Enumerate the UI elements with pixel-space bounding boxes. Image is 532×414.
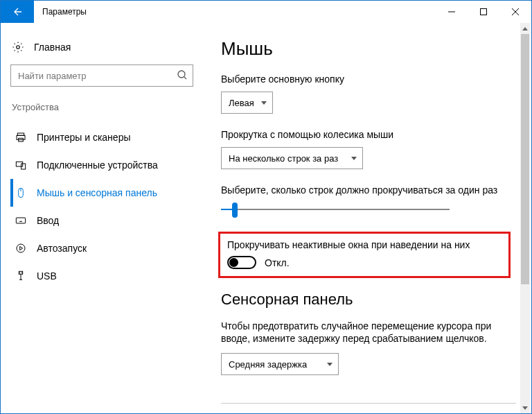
maximize-button[interactable] (468, 1, 499, 23)
select-value: Левая (229, 98, 254, 108)
content: Мышь Выберите основную кнопку Левая Прок… (203, 23, 531, 413)
lines-label: Выберите, сколько строк должно прокручив… (221, 184, 516, 196)
primary-button-select[interactable]: Левая (221, 92, 273, 114)
gear-icon (12, 41, 24, 53)
scroll-down-button[interactable] (520, 402, 530, 413)
svg-rect-0 (481, 9, 487, 15)
home-button[interactable]: Главная (10, 37, 200, 63)
nav-connected-devices[interactable]: Подключенные устройства (10, 151, 200, 179)
touchpad-delay-select[interactable]: Средняя задержка (221, 353, 339, 375)
settings-window: Параметры Главная (0, 0, 532, 414)
home-label: Главная (34, 42, 71, 53)
search-input[interactable] (10, 64, 193, 87)
sidebar: Главная Устройства Принтеры и сканеры По… (1, 23, 203, 413)
body: Главная Устройства Принтеры и сканеры По… (1, 23, 531, 413)
inactive-scroll-label: Прокручивать неактивные окна при наведен… (227, 239, 502, 250)
close-button[interactable] (499, 1, 531, 23)
chevron-down-icon (327, 363, 332, 366)
nav-printers[interactable]: Принтеры и сканеры (10, 123, 200, 151)
svg-rect-4 (17, 135, 25, 139)
back-button[interactable] (1, 1, 34, 23)
scrollbar-thumb[interactable] (521, 34, 529, 284)
select-value: На несколько строк за раз (229, 153, 338, 164)
lines-slider-wrap (221, 201, 516, 218)
mouse-icon (15, 187, 27, 198)
category-label: Устройства (10, 102, 200, 112)
usb-icon (15, 270, 27, 282)
nav-mouse-touchpad[interactable]: Мышь и сенсорная панель (10, 179, 200, 207)
svg-point-10 (17, 244, 25, 252)
scrollbar-track[interactable] (520, 34, 530, 402)
inactive-scroll-toggle[interactable] (227, 256, 256, 269)
devices-icon (15, 159, 27, 171)
primary-button-label: Выберите основную кнопку (221, 74, 516, 85)
nav-label: Мышь и сенсорная панель (37, 187, 157, 198)
autoplay-icon (15, 243, 27, 254)
chevron-down-icon (261, 101, 267, 105)
divider (221, 403, 516, 404)
select-value: Средняя задержка (229, 359, 307, 370)
nav-label: Подключенные устройства (37, 159, 158, 171)
inactive-scroll-toggle-row: Откл. (227, 256, 502, 269)
scrollbar[interactable] (520, 23, 530, 413)
caret-up-icon (522, 27, 528, 31)
window-controls (436, 1, 531, 23)
svg-rect-6 (16, 162, 22, 166)
toggle-knob (229, 258, 238, 267)
svg-rect-3 (17, 133, 24, 135)
highlight-box: Прокручивать неактивные окна при наведен… (218, 232, 511, 278)
svg-point-1 (17, 46, 20, 49)
lines-slider[interactable] (221, 201, 450, 218)
search-wrap (10, 64, 193, 87)
nav-label: Автозапуск (37, 243, 87, 254)
minimize-button[interactable] (436, 1, 468, 23)
nav-usb[interactable]: USB (10, 262, 200, 290)
scroll-up-button[interactable] (520, 23, 530, 34)
nav-autoplay[interactable]: Автозапуск (10, 234, 200, 262)
nav-label: Принтеры и сканеры (37, 132, 130, 143)
printer-icon (15, 132, 27, 143)
toggle-state-label: Откл. (265, 257, 290, 268)
nav-list: Принтеры и сканеры Подключенные устройст… (10, 123, 200, 290)
nav-label: Ввод (37, 215, 59, 226)
svg-rect-11 (19, 271, 22, 274)
keyboard-icon (15, 215, 27, 226)
heading-mouse: Мышь (221, 38, 516, 60)
caret-down-icon (522, 406, 528, 410)
slider-thumb[interactable] (232, 202, 238, 218)
heading-touchpad: Сенсорная панель (221, 291, 516, 309)
nav-typing[interactable]: Ввод (10, 207, 200, 234)
window-title: Параметры (34, 1, 87, 23)
nav-label: USB (37, 270, 57, 282)
scroll-mode-label: Прокрутка с помощью колесика мыши (221, 129, 516, 140)
chevron-down-icon (351, 157, 357, 160)
scroll-mode-select[interactable]: На несколько строк за раз (221, 147, 363, 169)
svg-rect-9 (16, 218, 25, 223)
touchpad-hint: Чтобы предотвратить случайное перемещени… (221, 320, 516, 345)
slider-track (221, 209, 450, 210)
titlebar: Параметры (1, 1, 531, 23)
